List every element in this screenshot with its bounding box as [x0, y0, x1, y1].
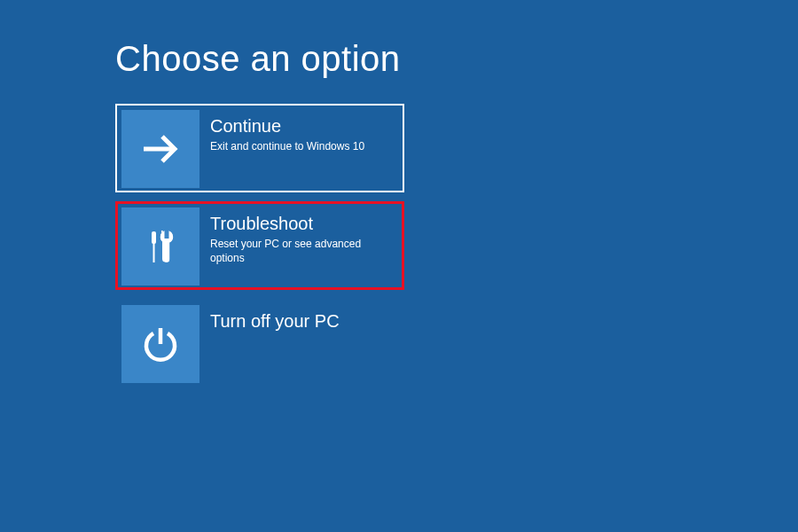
- continue-title: Continue: [210, 115, 364, 137]
- continue-desc: Exit and continue to Windows 10: [210, 140, 364, 154]
- troubleshoot-desc: Reset your PC or see advanced options: [210, 238, 398, 265]
- power-icon: [121, 305, 200, 383]
- turn-off-option[interactable]: Turn off your PC: [115, 299, 404, 387]
- options-list: Continue Exit and continue to Windows 10: [115, 104, 798, 387]
- continue-option[interactable]: Continue Exit and continue to Windows 10: [115, 104, 404, 192]
- turn-off-text: Turn off your PC: [200, 305, 340, 332]
- arrow-right-icon: [121, 110, 200, 188]
- svg-rect-3: [165, 230, 169, 239]
- troubleshoot-text: Troubleshoot Reset your PC or see advanc…: [200, 207, 398, 265]
- tools-icon: [121, 207, 200, 286]
- svg-rect-1: [152, 231, 156, 244]
- page-title: Choose an option: [115, 39, 798, 79]
- svg-rect-2: [153, 243, 155, 262]
- recovery-menu: Choose an option Continue Exit and conti…: [0, 0, 798, 387]
- continue-text: Continue Exit and continue to Windows 10: [200, 110, 364, 154]
- troubleshoot-title: Troubleshoot: [210, 213, 398, 234]
- troubleshoot-option[interactable]: Troubleshoot Reset your PC or see advanc…: [115, 201, 404, 290]
- turn-off-title: Turn off your PC: [210, 310, 340, 332]
